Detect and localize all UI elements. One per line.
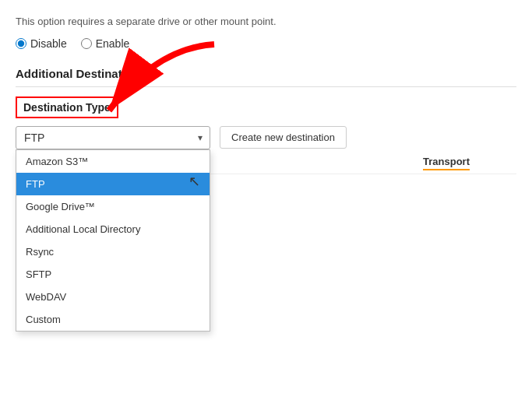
enable-radio-option[interactable]: Enable: [81, 37, 130, 50]
dropdown-option-custom[interactable]: Custom: [16, 308, 210, 331]
dropdown-option-additional-local[interactable]: Additional Local Directory: [16, 218, 210, 240]
disable-radio[interactable]: [16, 38, 26, 49]
dropdown-option-webdav[interactable]: WebDAV: [16, 286, 210, 308]
red-arrow-decoration: [62, 40, 218, 134]
dropdown-option-rsync[interactable]: Rsync: [16, 240, 210, 263]
enable-label: Enable: [96, 37, 130, 50]
create-new-destination-button[interactable]: Create new destination: [220, 126, 347, 149]
dropdown-option-amazon-s3[interactable]: Amazon S3™: [16, 150, 210, 173]
disable-radio-option[interactable]: Disable: [16, 37, 67, 50]
disable-label: Disable: [30, 37, 67, 50]
mount-note: This option requires a separate drive or…: [16, 14, 516, 30]
destination-row: FTP ▾ Amazon S3™ FTP Google Drive™ Addit…: [16, 126, 516, 149]
dropdown-option-sftp[interactable]: SFTP: [16, 263, 210, 286]
dropdown-option-ftp[interactable]: FTP: [16, 173, 210, 195]
dropdown-open-list: Amazon S3™ FTP Google Drive™ Additional …: [16, 149, 210, 332]
enable-radio[interactable]: [81, 38, 92, 49]
dropdown-option-google-drive[interactable]: Google Drive™: [16, 195, 210, 218]
mount-radio-group: Disable Enable: [16, 37, 516, 50]
additional-destinations-title: Additional Destinations: [16, 67, 516, 87]
destination-type-dropdown[interactable]: FTP: [16, 126, 210, 149]
destination-dropdown-container: FTP ▾ Amazon S3™ FTP Google Drive™ Addit…: [16, 126, 210, 149]
transport-column-header: Transport: [423, 156, 470, 170]
destination-type-label: Destination Type: [16, 96, 118, 118]
